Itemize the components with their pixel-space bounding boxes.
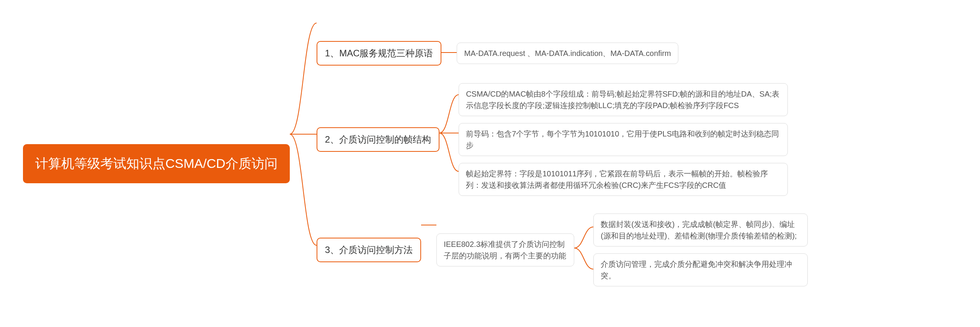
branch-3-title: 3、介质访问控制方法 (317, 238, 421, 262)
branch-2-title: 2、介质访问控制的帧结构 (317, 127, 439, 152)
connector-b1 (441, 41, 457, 66)
branch-2-leaf-1: CSMA/CD的MAC帧由8个字段组成：前导码;帧起始定界符SFD;帧的源和目的… (459, 83, 788, 116)
root-node: 计算机等级考试知识点CSMA/CD介质访问 (23, 144, 290, 183)
branch-1: 1、MAC服务规范三种原语 MA-DATA.request 、MA-DATA.i… (317, 41, 808, 66)
branch-3-leaf-1: 数据封装(发送和接收)，完成成帧(帧定界、帧同步)、编址(源和目的地址处理)、差… (593, 214, 808, 246)
branch-2-leaf-2: 前导码：包含7个字节，每个字节为10101010，它用于使PLS电路和收到的帧定… (459, 123, 788, 156)
connector-b2 (439, 83, 459, 196)
connector-root (290, 0, 317, 327)
mindmap-container: 计算机等级考试知识点CSMA/CD介质访问 1、MAC服务规范三种原语 MA-D… (23, 0, 980, 327)
branch-1-leaf-1: MA-DATA.request 、MA-DATA.indication、MA-D… (457, 43, 678, 64)
branches-column: 1、MAC服务规范三种原语 MA-DATA.request 、MA-DATA.i… (317, 30, 808, 298)
branch-3-mid: IEEE802.3标准提供了介质访问控制子层的功能说明，有两个主要的功能 (436, 233, 574, 266)
branch-3: 3、介质访问控制方法 IEEE802.3标准提供了介质访问控制子层的功能说明，有… (317, 214, 808, 286)
branch-2-leaf-3: 帧起始定界符：字段是10101011序列，它紧跟在前导码后，表示一幅帧的开始。帧… (459, 163, 788, 196)
connector-b3b (574, 214, 593, 286)
branch-2-leaves: CSMA/CD的MAC帧由8个字段组成：前导码;帧起始定界符SFD;帧的源和目的… (459, 83, 788, 196)
connector-b3a (421, 214, 436, 286)
branch-3-leaves: 数据封装(发送和接收)，完成成帧(帧定界、帧同步)、编址(源和目的地址处理)、差… (593, 214, 808, 286)
branch-2: 2、介质访问控制的帧结构 CSMA/CD的MAC帧由8个字段组成：前导码;帧起始… (317, 83, 808, 196)
branch-1-title: 1、MAC服务规范三种原语 (317, 41, 442, 66)
branch-3-leaf-2: 介质访问管理，完成介质分配避免冲突和解决争用处理冲突。 (593, 253, 808, 286)
